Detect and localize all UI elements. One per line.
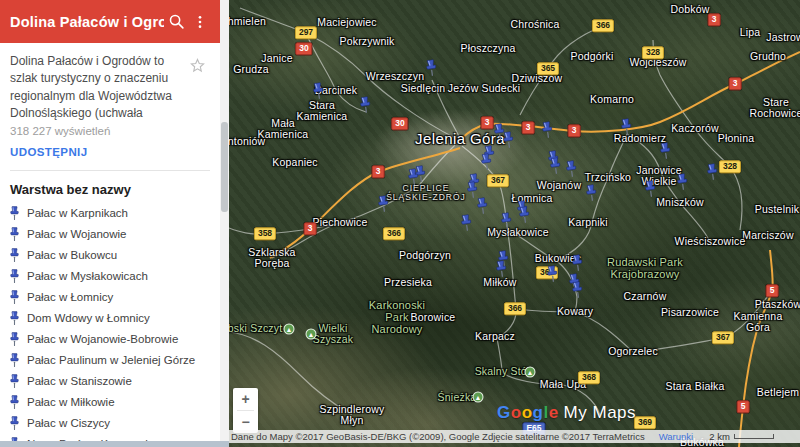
layer-item-list: Pałac w KarpnikachPałac w WojanowiePałac… — [0, 203, 220, 447]
sidebar-item-1[interactable]: Pałac w Karpnikach — [0, 203, 220, 224]
pushpin-icon — [9, 248, 20, 262]
sidebar-item-7[interactable]: Pałac w Wojanowie-Bobrowie — [0, 329, 220, 350]
map-pin[interactable] — [539, 120, 554, 139]
sidebar-item-label: Pałac w Bukowcu — [27, 249, 117, 261]
star-icon[interactable] — [189, 57, 206, 78]
search-icon[interactable] — [164, 10, 188, 34]
sidebar-item-9[interactable]: Pałac w Staniszowie — [0, 371, 220, 392]
pushpin-icon — [9, 353, 20, 367]
map-pin[interactable] — [478, 152, 493, 171]
sidebar-item-10[interactable]: Pałac w Miłkowie — [0, 392, 220, 413]
sidebar-item-label: Pałac w Łomnicy — [27, 291, 113, 303]
google-my-maps-app: Jelenia GóraCieplice Śląskie-ZdrójChmiel… — [0, 0, 800, 447]
map-pin[interactable] — [464, 180, 479, 199]
map-pin[interactable] — [500, 130, 515, 149]
map-pin[interactable] — [458, 213, 473, 232]
map-pin[interactable] — [357, 95, 372, 114]
sidebar-item-label: Dom Wdowy w Łomnicy — [27, 312, 150, 324]
pushpin-icon — [9, 206, 20, 220]
map-description: Dolina Pałaców i Ogrodów to szlak turyst… — [10, 53, 188, 123]
sidebar-item-4[interactable]: Pałac w Mysłakowicach — [0, 266, 220, 287]
map-pin[interactable] — [618, 117, 633, 136]
sidebar-item-11[interactable]: Pałac w Ciszycy — [0, 413, 220, 434]
attribution-text: Dane do Mapy ©2017 GeoBasis-DE/BKG (©200… — [231, 431, 645, 442]
map-pin[interactable] — [423, 58, 438, 77]
sidebar-header: Dolina Pałaców i Ogrod… — [0, 0, 220, 43]
pushpin-icon — [9, 311, 20, 325]
zoom-in-button[interactable]: + — [233, 388, 258, 410]
scale-bar — [734, 434, 774, 439]
sidebar: Dolina Pałaców i Ogrod… Dolina Pałaców i… — [0, 0, 220, 447]
pushpin-icon — [9, 332, 20, 346]
sidebar-item-6[interactable]: Dom Wdowy w Łomnicy — [0, 308, 220, 329]
map-title: Dolina Pałaców i Ogrod… — [10, 14, 164, 30]
map-pin[interactable] — [474, 196, 489, 215]
sidebar-item-label: Pałac w Ciszycy — [27, 417, 110, 429]
map-pin[interactable] — [405, 167, 420, 186]
map-pin[interactable] — [493, 259, 508, 278]
map-pin[interactable] — [704, 162, 719, 181]
sidebar-bottom-scrollbar[interactable] — [0, 441, 229, 447]
sidebar-item-2[interactable]: Pałac w Wojanowie — [0, 224, 220, 245]
map-pin[interactable] — [569, 253, 584, 272]
map-pin[interactable] — [310, 81, 325, 100]
share-button[interactable]: UDOSTĘPNIJ — [10, 146, 88, 158]
sidebar-item-3[interactable]: Pałac w Bukowcu — [0, 245, 220, 266]
sidebar-item-label: Pałac w Wojanowie-Bobrowie — [27, 333, 178, 345]
sidebar-scrollbar[interactable] — [220, 0, 229, 447]
sidebar-item-label: Pałac w Staniszowie — [27, 375, 132, 387]
sidebar-item-label: Pałac w Mysłakowicach — [27, 270, 148, 282]
pushpin-icon — [9, 395, 20, 409]
sidebar-item-5[interactable]: Pałac w Łomnicy — [0, 287, 220, 308]
divider — [10, 170, 210, 171]
map-pin[interactable] — [583, 183, 598, 202]
map-pin[interactable] — [375, 194, 390, 213]
menu-icon[interactable] — [188, 10, 212, 34]
map-pin[interactable] — [544, 264, 559, 283]
map-pin[interactable] — [569, 280, 584, 299]
terms-link[interactable]: Warunki — [659, 431, 694, 442]
map-pin[interactable] — [563, 159, 578, 178]
map-pin[interactable] — [642, 179, 657, 198]
zoom-control: + − — [233, 388, 258, 433]
pushpin-icon — [9, 374, 20, 388]
scrollbar-thumb[interactable] — [221, 122, 228, 212]
sidebar-item-label: Pałac w Wojanowie — [27, 228, 127, 240]
map-pin[interactable] — [674, 172, 689, 191]
attribution-bar: Dane do Mapy ©2017 GeoBasis-DE/BKG (©200… — [229, 430, 800, 443]
views-count: 318 227 wyświetleń — [10, 125, 210, 137]
sidebar-item-label: Pałac Paulinum w Jeleniej Górze — [27, 354, 195, 366]
map-pin[interactable] — [657, 141, 672, 160]
pushpin-icon — [9, 227, 20, 241]
scale-label: 2 km — [709, 431, 730, 442]
pushpin-icon — [9, 269, 20, 283]
pushpin-icon — [9, 416, 20, 430]
pushpin-icon — [9, 290, 20, 304]
sidebar-item-8[interactable]: Pałac Paulinum w Jeleniej Górze — [0, 350, 220, 371]
map-pin[interactable] — [516, 205, 531, 224]
map-pin[interactable] — [547, 156, 562, 175]
sidebar-item-label: Pałac w Karpnikach — [27, 207, 128, 219]
layer-title: Warstwa bez nazwy — [0, 171, 220, 203]
sidebar-item-label: Pałac w Miłkowie — [27, 396, 115, 408]
sidebar-description-block: Dolina Pałaców i Ogrodów to szlak turyst… — [0, 43, 220, 171]
map-pin[interactable] — [498, 211, 513, 230]
